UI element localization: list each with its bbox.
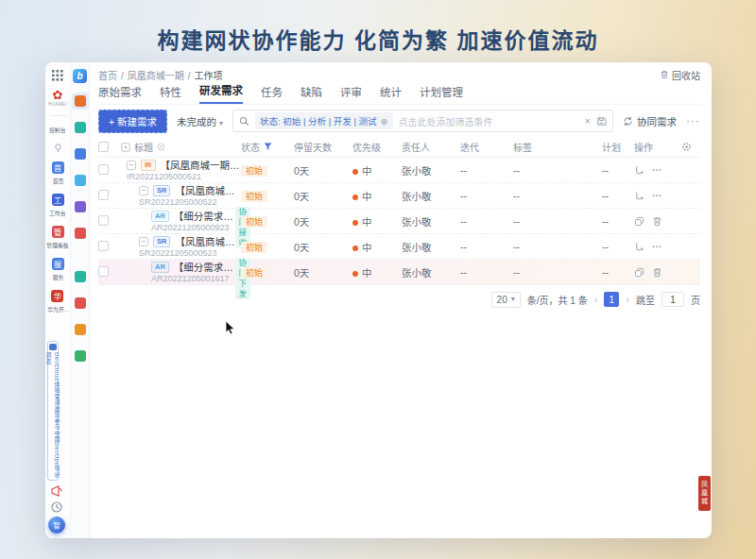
- tab-7[interactable]: 统计: [380, 84, 402, 104]
- row-title-link[interactable]: 【细分需求】【凤凰商城一期】凤凰商城后台数据库字…: [174, 209, 241, 223]
- expand-all-icon[interactable]: [121, 143, 130, 152]
- title-settings-icon[interactable]: [157, 143, 165, 151]
- service-icon-11[interactable]: [72, 347, 89, 364]
- feedback-icon[interactable]: [50, 484, 63, 498]
- collaborative-requirement-button[interactable]: 协同需求: [623, 114, 677, 128]
- status-badge[interactable]: 初始: [241, 216, 267, 228]
- row-checkbox[interactable]: [98, 164, 109, 175]
- row-checkbox[interactable]: [98, 266, 109, 277]
- sidebar-item-apps-grid[interactable]: [52, 70, 63, 81]
- column-settings-gear-icon[interactable]: [681, 142, 692, 152]
- col-priority[interactable]: 优先级: [352, 140, 402, 154]
- row-title-link[interactable]: 【凤凰商城一期】凤凰商城后台数据库解决方案: [175, 234, 241, 248]
- next-page-button[interactable]: ›: [626, 294, 629, 305]
- sidebar-item-workbench[interactable]: 工工作台: [48, 194, 67, 217]
- col-status[interactable]: 状态: [241, 140, 260, 154]
- row-more-icon[interactable]: ···: [652, 241, 662, 252]
- table-row[interactable]: −SR【凤凰商城一期】凤凰商城后台数据库解决方案SR20221205000523…: [98, 234, 700, 260]
- sidebar-item-home[interactable]: 首首页: [52, 161, 64, 185]
- row-checkbox[interactable]: [98, 190, 109, 200]
- new-requirement-button[interactable]: + 新建需求: [98, 110, 167, 133]
- row-more-icon[interactable]: ···: [652, 164, 662, 176]
- breadcrumb-item[interactable]: 首页: [98, 71, 117, 81]
- status-badge[interactable]: 初始: [241, 165, 267, 177]
- sidebar-item-huawei-logo[interactable]: ✿HUAWEI: [48, 90, 67, 107]
- filter-funnel-icon[interactable]: [264, 143, 272, 151]
- clear-search-icon[interactable]: ×: [585, 115, 591, 127]
- tab-6[interactable]: 评审: [340, 84, 362, 104]
- service-icon-6[interactable]: [72, 225, 89, 242]
- sidebar-item-huawei-dev[interactable]: 华华为开...: [46, 290, 70, 313]
- service-icon-9[interactable]: [72, 295, 89, 312]
- create-child-icon[interactable]: [634, 165, 644, 176]
- copy-icon[interactable]: [634, 216, 644, 227]
- create-child-icon[interactable]: [634, 191, 644, 201]
- page-size-select[interactable]: 20▾: [491, 292, 521, 308]
- sidebar-item-console[interactable]: 控制台: [48, 125, 67, 134]
- col-plan[interactable]: 计划: [602, 140, 634, 154]
- collapse-toggle-icon[interactable]: −: [127, 161, 136, 170]
- service-icon-10[interactable]: [72, 321, 89, 338]
- col-ops[interactable]: 操作: [634, 140, 681, 154]
- sidebar-item-board[interactable]: 管管理看板: [45, 226, 70, 249]
- delete-icon[interactable]: [652, 216, 662, 227]
- owner-cell[interactable]: 张小敬: [402, 240, 460, 254]
- tab-3[interactable]: 研发需求: [199, 82, 243, 104]
- service-icon-3[interactable]: [72, 145, 89, 162]
- tab-5[interactable]: 缺陷: [301, 84, 322, 104]
- row-checkbox[interactable]: [98, 241, 109, 251]
- priority-cell[interactable]: 中: [352, 214, 402, 229]
- prev-page-button[interactable]: ‹: [594, 294, 598, 305]
- col-iteration[interactable]: 迭代: [460, 140, 513, 154]
- owner-cell[interactable]: 张小敬: [402, 189, 460, 203]
- row-more-icon[interactable]: ···: [652, 190, 662, 201]
- table-row[interactable]: AR【细分需求】【凤凰商城一期】凤凰商城后台数据库字…AR20221205000…: [98, 209, 700, 234]
- recycle-bin-button[interactable]: 回收站: [660, 68, 700, 82]
- service-icon-4[interactable]: [72, 172, 89, 189]
- col-tags[interactable]: 标签: [513, 140, 602, 154]
- owner-cell[interactable]: 张小敬: [402, 163, 460, 178]
- jump-page-input[interactable]: [662, 292, 684, 307]
- priority-cell[interactable]: 中: [352, 163, 402, 178]
- copy-icon[interactable]: [634, 267, 644, 278]
- tag-close-icon[interactable]: ⊗: [381, 116, 388, 127]
- priority-cell[interactable]: 中: [352, 240, 402, 254]
- assistant-button[interactable]: 智: [48, 517, 65, 534]
- service-icon-1[interactable]: [72, 93, 89, 110]
- col-title[interactable]: 标题: [134, 140, 153, 154]
- history-clock-icon[interactable]: [50, 500, 63, 514]
- delete-icon[interactable]: [652, 267, 662, 278]
- col-owner[interactable]: 责任人: [402, 140, 460, 154]
- owner-cell[interactable]: 张小敬: [402, 214, 460, 229]
- create-child-icon[interactable]: [634, 242, 644, 252]
- row-title-link[interactable]: 【细分需求】【凤凰商城一期】凤凰商城后台历史数据…: [174, 260, 241, 274]
- row-checkbox[interactable]: [98, 215, 109, 226]
- col-days[interactable]: 停留天数: [294, 140, 352, 154]
- tab-1[interactable]: 原始需求: [98, 84, 142, 104]
- tab-4[interactable]: 任务: [261, 84, 283, 104]
- select-all-checkbox[interactable]: [98, 142, 109, 152]
- collapse-toggle-icon[interactable]: −: [139, 186, 148, 195]
- survey-banner[interactable]: DevCloud体验官诚邀您参与中国DevOps现状调查: [47, 341, 59, 481]
- sidebar-item-services[interactable]: 服服务: [52, 258, 64, 281]
- sidebar-item-pin[interactable]: [53, 143, 63, 153]
- priority-cell[interactable]: 中: [352, 265, 402, 280]
- breadcrumb[interactable]: 首页/凤凰商城一期/工作项: [98, 68, 227, 82]
- filter-preset-dropdown[interactable]: 未完成的 ▾: [177, 114, 223, 128]
- service-icon-5[interactable]: [72, 198, 89, 215]
- filter-search-input[interactable]: 状态: 初始 | 分析 | 开发 | 测试 ⊗ 点击此处添加筛选条件 ×: [232, 110, 613, 132]
- status-badge[interactable]: 初始: [241, 267, 267, 279]
- more-actions-button[interactable]: ···: [686, 114, 700, 127]
- status-badge[interactable]: 初始: [241, 242, 267, 253]
- service-icon-2[interactable]: [72, 119, 89, 136]
- collapse-toggle-icon[interactable]: −: [139, 237, 148, 246]
- status-filter-tag[interactable]: 状态: 初始 | 分析 | 开发 | 测试 ⊗: [255, 112, 393, 129]
- current-page-button[interactable]: 1: [604, 292, 619, 307]
- tab-2[interactable]: 特性: [160, 84, 181, 104]
- save-filter-icon[interactable]: [596, 116, 607, 127]
- table-row[interactable]: −IR【凤凰商城一期】凤凰商城后台管理IR20221205000521初始0天中…: [98, 158, 700, 183]
- breadcrumb-item[interactable]: 凤凰商城一期: [128, 71, 184, 81]
- priority-cell[interactable]: 中: [352, 189, 402, 203]
- service-icon-8[interactable]: [72, 268, 89, 285]
- row-title-link[interactable]: 【凤凰商城一期】凤凰商城后台管理: [161, 158, 242, 172]
